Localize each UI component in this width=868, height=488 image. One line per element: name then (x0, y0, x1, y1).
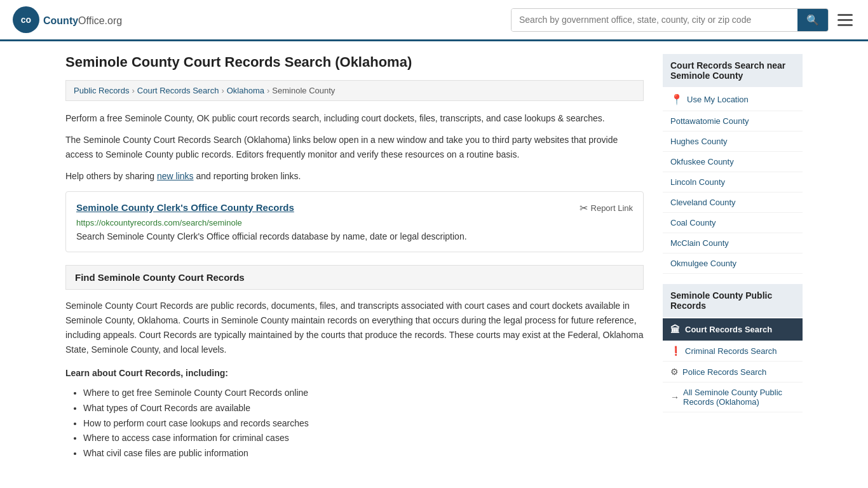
description-1: Perform a free Seminole County, OK publi… (65, 111, 644, 125)
use-my-location-link[interactable]: Use My Location (687, 95, 749, 104)
sidebar-use-location[interactable]: 📍 Use My Location (663, 88, 803, 111)
lincoln-link[interactable]: Lincoln County (670, 177, 725, 187)
page-title: Seminole County Court Records Search (Ok… (65, 54, 644, 71)
find-section-body: Seminole County Court Records are public… (65, 299, 644, 357)
report-icon: ✂ (580, 202, 588, 214)
record-url[interactable]: https://okcountyrecords.com/search/semin… (76, 218, 633, 227)
sidebar-police-records[interactable]: ⚙ Police Records Search (663, 362, 803, 383)
breadcrumb-sep1: › (132, 86, 134, 95)
report-label: Report Link (591, 203, 633, 213)
menu-line3 (837, 24, 853, 26)
description-2: The Seminole County Court Records Search… (65, 133, 644, 161)
new-links-link[interactable]: new links (157, 171, 194, 181)
content-area: Seminole County Court Records Search (Ok… (65, 54, 644, 470)
police-records-link[interactable]: Police Records Search (682, 367, 766, 377)
location-icon: 📍 (670, 93, 683, 105)
coal-link[interactable]: Coal County (670, 218, 716, 227)
svg-text:co: co (21, 15, 31, 25)
logo-text: CountyOffice.org (43, 13, 122, 27)
report-link[interactable]: ✂ Report Link (580, 202, 633, 214)
search-bar: 🔍 (511, 8, 829, 32)
header-right: 🔍 (511, 8, 855, 32)
menu-line1 (837, 14, 853, 16)
desc3-prefix: Help others by sharing (65, 171, 157, 181)
menu-line2 (837, 19, 853, 21)
public-records-title: Seminole County Public Records (663, 284, 803, 317)
police-icon: ⚙ (670, 367, 679, 377)
breadcrumb-public-records[interactable]: Public Records (74, 86, 129, 95)
breadcrumb-sep2: › (221, 86, 224, 95)
learn-label: Learn about Court Records, including: (65, 366, 644, 381)
all-records-link[interactable]: All Seminole County Public Records (Okla… (683, 388, 795, 407)
record-card: Seminole County Clerk's Office County Re… (65, 191, 644, 252)
sidebar-item-pottawatomie[interactable]: Pottawatomie County (663, 111, 803, 132)
criminal-icon: ❗ (670, 346, 681, 356)
cleveland-link[interactable]: Cleveland County (670, 198, 736, 207)
list-item: Where to access case information for cri… (83, 431, 644, 446)
hughes-link[interactable]: Hughes County (670, 137, 728, 146)
all-records-icon: → (670, 392, 679, 402)
criminal-records-link[interactable]: Criminal Records Search (685, 346, 777, 356)
mcclain-link[interactable]: McClain County (670, 238, 729, 248)
record-description: Search Seminole County Clerk's Office of… (76, 231, 633, 241)
court-icon: 🏛 (670, 324, 680, 335)
breadcrumb-oklahoma[interactable]: Oklahoma (227, 86, 264, 95)
breadcrumb-court-records[interactable]: Court Records Search (137, 86, 219, 95)
sidebar-criminal-records[interactable]: ❗ Criminal Records Search (663, 341, 803, 362)
sidebar-item-hughes[interactable]: Hughes County (663, 132, 803, 152)
sidebar-item-mcclain[interactable]: McClain County (663, 233, 803, 254)
sidebar-item-cleveland[interactable]: Cleveland County (663, 193, 803, 213)
breadcrumb-current: Seminole County (272, 86, 335, 95)
record-card-header: Seminole County Clerk's Office County Re… (76, 202, 633, 214)
search-input[interactable] (512, 9, 797, 31)
nearby-title: Court Records Search near Seminole Count… (663, 54, 803, 87)
record-card-title[interactable]: Seminole County Clerk's Office County Re… (76, 202, 294, 213)
learn-list: Where to get free Seminole County Court … (65, 386, 644, 461)
breadcrumb: Public Records › Court Records Search › … (65, 80, 644, 101)
desc3-suffix: and reporting broken links. (194, 171, 301, 181)
header: co CountyOffice.org 🔍 (0, 0, 868, 41)
sidebar-item-lincoln[interactable]: Lincoln County (663, 172, 803, 193)
court-records-label: Court Records Search (685, 325, 772, 334)
sidebar-item-coal[interactable]: Coal County (663, 213, 803, 233)
list-item: What types of Court Records are availabl… (83, 401, 644, 416)
find-section-header: Find Seminole County Court Records (65, 265, 644, 290)
description-3: Help others by sharing new links and rep… (65, 169, 644, 183)
okfuskee-link[interactable]: Okfuskee County (670, 157, 734, 166)
sidebar: Court Records Search near Seminole Count… (663, 54, 803, 470)
list-item: How to perform court case lookups and re… (83, 416, 644, 431)
sidebar-court-records-active[interactable]: 🏛 Court Records Search (663, 318, 803, 341)
sidebar-item-okfuskee[interactable]: Okfuskee County (663, 152, 803, 172)
sidebar-all-records[interactable]: → All Seminole County Public Records (Ok… (663, 383, 803, 412)
breadcrumb-sep3: › (267, 86, 269, 95)
sidebar-item-okmulgee[interactable]: Okmulgee County (663, 254, 803, 274)
logo-area: co CountyOffice.org (13, 6, 122, 33)
search-button[interactable]: 🔍 (797, 9, 828, 31)
okmulgee-link[interactable]: Okmulgee County (670, 259, 736, 268)
list-item: Where to get free Seminole County Court … (83, 386, 644, 401)
logo-icon: co (13, 6, 39, 33)
main-container: Seminole County Court Records Search (Ok… (53, 41, 815, 483)
pottawatomie-link[interactable]: Pottawatomie County (670, 116, 749, 126)
menu-button[interactable] (835, 11, 855, 29)
list-item: What civil case files are public informa… (83, 446, 644, 461)
